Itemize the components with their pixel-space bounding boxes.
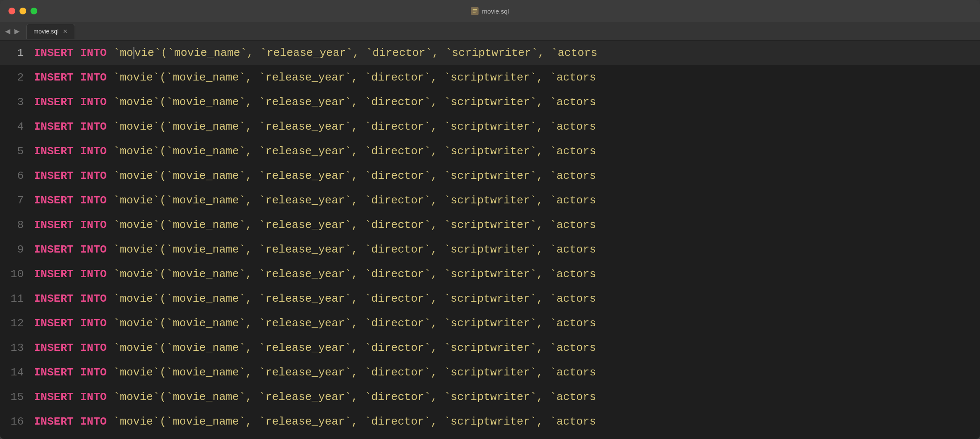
keyword-insert: INSERT — [34, 120, 74, 133]
keyword-insert: INSERT — [34, 169, 74, 182]
keyword-into: INTO — [80, 366, 106, 379]
keyword-insert: INSERT — [34, 366, 74, 379]
titlebar: movie.sql — [0, 0, 980, 22]
code-text: `movie`(`movie_name`, `release_year`, `d… — [113, 268, 596, 281]
svg-rect-2 — [473, 11, 477, 11]
keyword-into: INTO — [80, 391, 106, 403]
table-row: 11 INSERT INTO `movie`(`movie_name`, `re… — [0, 286, 980, 311]
line-number-3: 3 — [0, 96, 34, 108]
code-text: `movie`(`movie_name`, `release_year`, `d… — [113, 391, 596, 403]
keyword-insert: INSERT — [34, 194, 74, 207]
keyword-into: INTO — [80, 219, 106, 231]
keyword-into: INTO — [80, 96, 106, 108]
maximize-button[interactable] — [31, 8, 37, 14]
keyword-insert: INSERT — [34, 145, 74, 158]
table-row: 4 INSERT INTO `movie`(`movie_name`, `rel… — [0, 114, 980, 139]
table-row: 1 INSERT INTO `movie`(`movie_name`, `rel… — [0, 41, 980, 65]
line-number-8: 8 — [0, 219, 34, 231]
keyword-insert: INSERT — [34, 47, 74, 59]
keyword-into: INTO — [80, 169, 106, 182]
nav-back-button[interactable]: ◀ — [3, 26, 12, 36]
table-row: 12 INSERT INTO `movie`(`movie_name`, `re… — [0, 311, 980, 336]
table-row: 6 INSERT INTO `movie`(`movie_name`, `rel… — [0, 164, 980, 188]
window-title: movie.sql — [471, 7, 509, 15]
line-number-16: 16 — [0, 415, 34, 428]
keyword-insert: INSERT — [34, 391, 74, 403]
code-text: `movie`(`movie_name`, `release_year`, `d… — [113, 145, 596, 158]
code-text: `movie`(`movie_name`, `release_year`, `d… — [113, 292, 596, 305]
keyword-into: INTO — [80, 120, 106, 133]
keyword-into: INTO — [80, 243, 106, 256]
code-text: `movie`(`movie_name`, `release_year`, `d… — [113, 366, 596, 379]
keyword-into: INTO — [80, 145, 106, 158]
keyword-into: INTO — [80, 47, 106, 59]
code-text: `movie`(`movie_name`, `release_year`, `d… — [113, 243, 596, 256]
table-row: 15 INSERT INTO `movie`(`movie_name`, `re… — [0, 385, 980, 409]
keyword-into: INTO — [80, 342, 106, 354]
table-row: 10 INSERT INTO `movie`(`movie_name`, `re… — [0, 262, 980, 286]
tab-label: movie.sql — [33, 28, 58, 35]
code-text: `movie`(`movie_name`, `release_year`, `d… — [113, 317, 596, 330]
traffic-lights — [8, 8, 37, 14]
nav-arrows: ◀ ▶ — [3, 26, 21, 36]
tab-close-button[interactable]: ✕ — [63, 28, 68, 35]
editor-area[interactable]: 1 INSERT INTO `movie`(`movie_name`, `rel… — [0, 41, 980, 439]
table-row: 3 INSERT INTO `movie`(`movie_name`, `rel… — [0, 90, 980, 114]
keyword-insert: INSERT — [34, 317, 74, 330]
line-number-14: 14 — [0, 366, 34, 379]
code-text: `movie`(`movie_name`, `release_year`, `d… — [113, 219, 596, 231]
svg-rect-1 — [473, 9, 477, 10]
line-number-12: 12 — [0, 317, 34, 330]
code-text: `movie`(`movie_name`, `release_year`, `d… — [113, 120, 596, 133]
keyword-into: INTO — [80, 292, 106, 305]
line-number-13: 13 — [0, 342, 34, 354]
keyword-into: INTO — [80, 268, 106, 281]
line-number-4: 4 — [0, 120, 34, 133]
table-row: 14 INSERT INTO `movie`(`movie_name`, `re… — [0, 360, 980, 385]
line-number-7: 7 — [0, 194, 34, 207]
code-text: `movie`(`movie_name`, `release_year`, `d… — [113, 47, 597, 59]
code-text: `movie`(`movie_name`, `release_year`, `d… — [113, 194, 596, 207]
code-editor[interactable]: 1 INSERT INTO `movie`(`movie_name`, `rel… — [0, 41, 980, 439]
code-text: `movie`(`movie_name`, `release_year`, `d… — [113, 342, 596, 354]
table-row: 17 INSERT INTO — [0, 434, 980, 439]
line-number-1: 1 — [0, 47, 34, 59]
keyword-into: INTO — [80, 317, 106, 330]
line-number-6: 6 — [0, 169, 34, 182]
keyword-insert: INSERT — [34, 96, 74, 108]
table-row: 8 INSERT INTO `movie`(`movie_name`, `rel… — [0, 213, 980, 237]
keyword-insert: INSERT — [34, 243, 74, 256]
keyword-insert: INSERT — [34, 342, 74, 354]
line-number-11: 11 — [0, 292, 34, 305]
line-number-2: 2 — [0, 71, 34, 84]
close-button[interactable] — [8, 8, 15, 14]
table-row: 7 INSERT INTO `movie`(`movie_name`, `rel… — [0, 188, 980, 213]
line-number-5: 5 — [0, 145, 34, 158]
table-row: 13 INSERT INTO `movie`(`movie_name`, `re… — [0, 336, 980, 360]
line-number-10: 10 — [0, 268, 34, 281]
code-text: `movie`(`movie_name`, `release_year`, `d… — [113, 415, 596, 428]
table-row: 2 INSERT INTO `movie`(`movie_name`, `rel… — [0, 65, 980, 90]
keyword-insert: INSERT — [34, 415, 74, 428]
keyword-insert: INSERT — [34, 268, 74, 281]
code-text: `movie`(`movie_name`, `release_year`, `d… — [113, 96, 596, 108]
code-text: `movie`(`movie_name`, `release_year`, `d… — [113, 71, 596, 84]
table-row: 9 INSERT INTO `movie`(`movie_name`, `rel… — [0, 237, 980, 262]
line-number-9: 9 — [0, 243, 34, 256]
file-icon — [471, 7, 479, 15]
nav-forward-button[interactable]: ▶ — [13, 26, 21, 36]
keyword-into: INTO — [80, 71, 106, 84]
keyword-into: INTO — [80, 194, 106, 207]
keyword-insert: INSERT — [34, 292, 74, 305]
tab-bar: ◀ ▶ movie.sql ✕ — [0, 22, 980, 41]
keyword-insert: INSERT — [34, 71, 74, 84]
line-number-15: 15 — [0, 391, 34, 403]
minimize-button[interactable] — [19, 8, 26, 14]
table-row: 16 INSERT INTO `movie`(`movie_name`, `re… — [0, 409, 980, 434]
keyword-insert: INSERT — [34, 219, 74, 231]
table-row: 5 INSERT INTO `movie`(`movie_name`, `rel… — [0, 139, 980, 164]
main-window: movie.sql ◀ ▶ movie.sql ✕ 1 INSERT INTO … — [0, 0, 980, 439]
keyword-into: INTO — [80, 415, 106, 428]
tab-movie-sql[interactable]: movie.sql ✕ — [26, 24, 75, 39]
svg-rect-3 — [473, 12, 476, 13]
